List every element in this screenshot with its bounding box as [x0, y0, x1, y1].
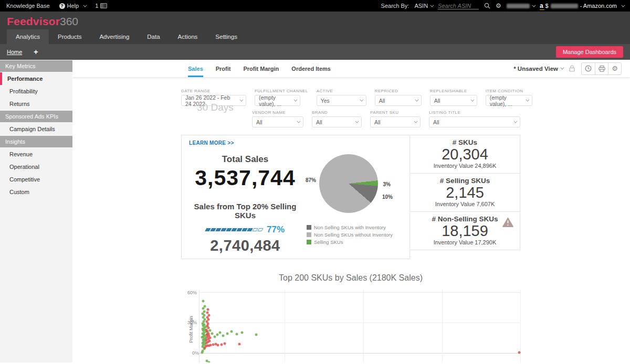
selling-skus-card: # Selling SKUs 2,145 Inventory Value 7,6…	[410, 173, 520, 212]
sidebar-item-performance[interactable]: Performance	[0, 72, 72, 85]
chevron-down-icon	[355, 120, 359, 123]
legend-item: Non Selling SKUs without Inventory	[307, 232, 404, 238]
pie-label-10: 10%	[382, 194, 393, 200]
brand-dropdown[interactable]: All	[312, 116, 362, 127]
redacted-account-name	[551, 4, 578, 8]
period-label: 30 Days	[197, 102, 234, 113]
scatter-point	[518, 351, 520, 354]
scatter-point	[226, 333, 228, 335]
nav-item-actions[interactable]: Actions	[169, 29, 207, 44]
nav-item-analytics[interactable]: Analytics	[7, 29, 49, 44]
nav-item-products[interactable]: Products	[49, 29, 90, 44]
search-icon[interactable]	[484, 3, 490, 9]
scatter-point	[240, 331, 243, 334]
notification-badge[interactable]: 1	[95, 3, 107, 9]
active-dropdown[interactable]: Yes	[317, 95, 366, 106]
filter-replenishable: REPLENISHABLE All	[430, 89, 477, 106]
parent-sku-dropdown[interactable]: All	[370, 116, 421, 127]
search-by-dropdown[interactable]: ASIN	[414, 3, 433, 9]
fulfillment-channel-dropdown[interactable]: (empty value), ...	[255, 95, 300, 106]
brand-name: Feedvisor	[7, 15, 60, 27]
help-menu[interactable]: ? Help	[59, 3, 86, 9]
filter-parent-sku: PARENT SKU All	[370, 110, 421, 127]
sidebar-item-competitive[interactable]: Competitive	[0, 173, 72, 186]
tab-profit[interactable]: Profit	[216, 60, 231, 77]
sidebar-item-returns[interactable]: Returns	[0, 98, 72, 110]
tab-profit-margin[interactable]: Profit Margin	[243, 60, 279, 77]
total-sales-value: 3,537,744	[189, 166, 301, 190]
filter-value: All	[256, 119, 262, 125]
filter-label: VENDOR NAME	[252, 110, 303, 115]
metric-tabs: Sales Profit Profit Margin Ordered Items…	[72, 60, 630, 77]
sidebar-header-sponsored-ads-kpis: Sponsored Ads KPIs	[0, 111, 72, 122]
chevron-down-icon	[83, 3, 87, 7]
repriced-dropdown[interactable]: All	[375, 95, 422, 106]
sidebar-item-profitability[interactable]: Profitability	[0, 85, 72, 98]
chevron-down-icon	[293, 98, 297, 102]
listing-title-dropdown[interactable]: All	[429, 116, 520, 127]
nav-item-data[interactable]: Data	[138, 29, 169, 44]
search-by-value: ASIN	[414, 3, 428, 9]
filter-vendor-name: VENDOR NAME All	[252, 110, 303, 127]
sidebar-item-operational[interactable]: Operational	[0, 160, 72, 173]
gear-icon: ⚙	[612, 65, 618, 72]
sku-pie-block: 87% 3% 10% Non Selling SKUs with Invento…	[301, 141, 404, 254]
scatter-point	[208, 361, 211, 362]
item-condition-dropdown[interactable]: (empty value), ...	[486, 95, 532, 106]
nav-item-settings[interactable]: Settings	[206, 29, 246, 44]
manage-dashboards-button[interactable]: Manage Dashboards	[556, 46, 623, 58]
top20-progress-bar	[206, 228, 262, 231]
scatter-point	[207, 314, 210, 317]
pie-label-87: 87%	[306, 177, 316, 183]
filter-fulfillment-channel: FULFILLMENT CHANNEL (empty value), ...	[255, 89, 308, 106]
chevron-down-icon	[526, 98, 529, 102]
app-header: Feedvisor360 Analytics Products Advertis…	[0, 12, 630, 60]
ytick-30: 30%	[185, 320, 197, 325]
scatter-point	[211, 333, 214, 335]
scatter-point	[214, 336, 216, 338]
filter-active: ACTIVE Yes	[317, 89, 366, 106]
filters-row-1: DATE RANGE Jan 26 2022 - Feb 24 2022 FUL…	[181, 89, 630, 106]
total-sales-label: Total Sales	[189, 154, 301, 165]
search-input[interactable]	[438, 3, 479, 9]
settings-gear-icon[interactable]: ⚙	[496, 2, 501, 9]
warning-icon	[502, 217, 514, 227]
replenishable-dropdown[interactable]: All	[430, 95, 477, 106]
knowledge-base-link[interactable]: Knowledge Base	[6, 3, 50, 9]
history-clock-button[interactable]	[582, 63, 595, 74]
sidebar-item-campaign-details[interactable]: Campaign Details	[0, 123, 72, 135]
tab-ordered-items[interactable]: Ordered Items	[291, 60, 331, 77]
pages-icon	[100, 3, 107, 8]
nav-item-advertising[interactable]: Advertising	[90, 29, 138, 44]
non-selling-skus-subtitle: Inventory Value 17,290K	[410, 239, 520, 245]
top20-value: 2,740,484	[189, 237, 301, 254]
account-user-menu[interactable]	[507, 4, 534, 8]
filter-value: All	[434, 98, 440, 104]
tab-sales[interactable]: Sales	[188, 60, 203, 77]
print-button[interactable]	[595, 63, 608, 74]
learn-more-link[interactable]: LEARN MORE >>	[189, 140, 234, 146]
add-dashboard-button[interactable]: +	[34, 48, 38, 56]
filter-label: BRAND	[312, 110, 362, 115]
view-name: * Unsaved View	[513, 66, 558, 72]
help-icon: ?	[59, 3, 65, 9]
chevron-down-icon	[297, 120, 300, 123]
vendor-name-dropdown[interactable]: All	[252, 116, 303, 127]
gridline	[285, 290, 285, 362]
sku-kpi-cards: # SKUs 20,304 Inventory Value 24,896K # …	[410, 135, 520, 259]
sidebar-item-revenue[interactable]: Revenue	[0, 148, 72, 160]
scatter-chart: Profit Margin 60% 30% 0%	[181, 290, 528, 362]
filter-value: All	[379, 98, 385, 104]
zero-axis-line	[200, 353, 521, 354]
filter-label: REPLENISHABLE	[430, 89, 477, 93]
dashboard-tab-home[interactable]: Home	[7, 49, 22, 55]
filter-label: ACTIVE	[317, 89, 366, 93]
settings-button[interactable]: ⚙	[608, 63, 621, 74]
filter-repriced: REPRICED All	[375, 89, 422, 106]
scatter-point	[238, 342, 240, 345]
currency-symbol: $	[545, 3, 549, 9]
marketplace-menu[interactable]: a $ - Amazon.com	[540, 2, 624, 9]
scatter-plot	[199, 290, 521, 362]
sidebar-item-custom[interactable]: Custom	[0, 186, 72, 198]
view-selector[interactable]: * Unsaved View	[513, 66, 563, 72]
